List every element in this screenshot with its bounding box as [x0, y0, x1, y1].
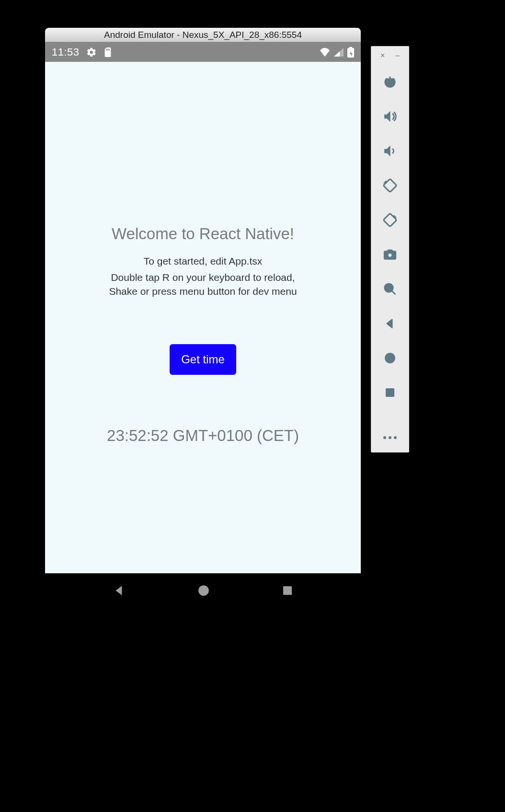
emulator-window: Android Emulator - Nexus_5X_API_28_x86:5… — [45, 28, 361, 573]
clock-text: 11:53 — [52, 46, 80, 58]
svg-rect-11 — [386, 389, 394, 396]
svg-rect-2 — [383, 179, 397, 192]
window-title: Android Emulator - Nexus_5X_API_28_x86:5… — [104, 30, 302, 40]
status-bar-left: 11:53 — [52, 46, 112, 58]
svg-line-6 — [392, 291, 396, 295]
android-soft-nav — [45, 575, 361, 606]
sd-card-icon — [103, 47, 112, 57]
edit-instruction: To get started, edit App.tsx — [144, 255, 262, 268]
svg-point-10 — [389, 357, 392, 360]
volume-down-button[interactable] — [371, 134, 409, 168]
svg-point-0 — [198, 585, 209, 596]
rotate-left-button[interactable] — [371, 168, 409, 203]
svg-point-4 — [388, 253, 392, 257]
svg-rect-3 — [383, 213, 397, 227]
nav-home-button[interactable] — [197, 584, 210, 597]
nav-overview-button[interactable] — [282, 585, 293, 596]
nav-back-button[interactable] — [113, 584, 126, 597]
close-window-button[interactable]: × — [380, 51, 385, 60]
side-panel-top: × – — [371, 46, 409, 65]
wifi-icon — [320, 47, 330, 57]
power-button[interactable] — [371, 65, 409, 99]
emulator-side-panel: × – — [371, 46, 409, 452]
reload-instruction-line2: Shake or press menu button for dev menu — [109, 285, 297, 298]
volume-up-button[interactable] — [371, 99, 409, 134]
window-titlebar[interactable]: Android Emulator - Nexus_5X_API_28_x86:5… — [45, 28, 361, 42]
time-output: 23:52:52 GMT+0100 (CET) — [107, 427, 299, 445]
screenshot-button[interactable] — [371, 237, 409, 272]
overview-button[interactable] — [371, 375, 409, 410]
signal-icon — [334, 48, 344, 57]
battery-charging-icon — [347, 47, 354, 58]
welcome-title: Welcome to React Native! — [112, 225, 294, 243]
get-time-button[interactable]: Get time — [170, 344, 236, 375]
android-status-bar: 11:53 — [45, 42, 361, 62]
app-content: Welcome to React Native! To get started,… — [45, 62, 361, 573]
more-options-button[interactable] — [371, 423, 409, 452]
minimize-window-button[interactable]: – — [395, 51, 400, 60]
zoom-button[interactable] — [371, 272, 409, 306]
svg-rect-1 — [283, 586, 292, 595]
home-button[interactable] — [371, 341, 409, 375]
back-button[interactable] — [371, 306, 409, 341]
reload-instruction-line1: Double tap R on your keyboard to reload, — [111, 271, 295, 284]
status-bar-right — [320, 47, 354, 58]
rotate-right-button[interactable] — [371, 203, 409, 237]
settings-icon — [86, 47, 97, 58]
device-screen: 11:53 Welcom — [45, 42, 361, 573]
